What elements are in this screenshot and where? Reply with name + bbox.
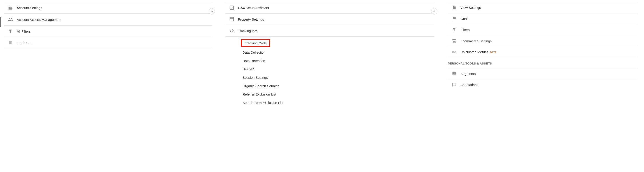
ga4-setup-assistant[interactable]: GA4 Setup Assistant: [225, 2, 434, 14]
referral-exclusion-list[interactable]: Referral Exclusion List: [225, 90, 434, 99]
tracking-code[interactable]: Tracking Code: [241, 39, 270, 47]
move-right-bubble-2[interactable]: [431, 8, 438, 15]
flag-icon: [448, 16, 460, 21]
data-collection[interactable]: Data Collection: [225, 48, 434, 57]
account-access-label: Account Access Management: [17, 18, 212, 22]
tracking-info-label: Tracking Info: [238, 29, 434, 33]
active-indicator: [0, 17, 1, 27]
account-settings-label: Account Settings: [17, 6, 212, 10]
tracking-subitems: Tracking Code Data Collection Data Reten…: [225, 37, 434, 107]
filter-icon: [448, 27, 460, 32]
beta-badge: BETA: [490, 51, 496, 54]
annotations-label: Annotations: [460, 83, 638, 87]
calculated-metrics-label: Calculated Metrics BETA: [460, 50, 638, 54]
search-term-exclusion-list[interactable]: Search Term Exclusion List: [225, 99, 434, 107]
personal-tools-header: PERSONAL TOOLS & ASSETS: [448, 57, 638, 68]
goals-label: Goals: [460, 17, 638, 21]
data-retention[interactable]: Data Retention: [225, 57, 434, 65]
ecommerce-label: Ecommerce Settings: [460, 39, 638, 43]
property-settings[interactable]: Property Settings: [225, 14, 434, 25]
filter-icon: [4, 29, 17, 34]
svg-rect-1: [230, 18, 234, 21]
account-settings[interactable]: Account Settings: [4, 2, 212, 14]
trash-can-label: Trash Can: [17, 41, 212, 45]
svg-point-12: [454, 72, 454, 73]
property-settings-label: Property Settings: [238, 18, 434, 21]
cart-icon: [448, 38, 460, 43]
dd-icon: Dd: [448, 50, 460, 54]
annotations[interactable]: Annotations: [448, 79, 638, 90]
svg-point-14: [453, 74, 454, 75]
all-filters[interactable]: All Filters: [4, 26, 212, 37]
checkbox-icon: [225, 5, 238, 10]
filters[interactable]: Filters: [448, 24, 638, 35]
all-filters-label: All Filters: [17, 29, 212, 33]
people-icon: [4, 17, 17, 22]
svg-point-13: [454, 73, 455, 74]
segments-icon: [448, 71, 460, 76]
tracking-info[interactable]: Tracking Info: [225, 25, 434, 37]
annotation-icon: [448, 82, 460, 87]
session-settings[interactable]: Session Settings: [225, 73, 434, 82]
account-access-management[interactable]: Account Access Management: [4, 14, 212, 26]
view-settings-label: View Settings: [460, 6, 638, 10]
filters-label: Filters: [460, 28, 638, 32]
svg-point-4: [453, 43, 454, 43]
property-column: GA4 Setup Assistant Property Settings Tr…: [212, 2, 434, 107]
ga4-setup-label: GA4 Setup Assistant: [238, 6, 434, 10]
trash-can[interactable]: Trash Can: [4, 37, 212, 48]
organic-search-sources[interactable]: Organic Search Sources: [225, 82, 434, 90]
calculated-metrics[interactable]: Dd Calculated Metrics BETA: [448, 47, 638, 57]
layout-icon: [225, 17, 238, 22]
svg-rect-15: [452, 83, 456, 86]
view-settings[interactable]: View Settings: [448, 2, 638, 13]
user-id[interactable]: User-ID: [225, 65, 434, 73]
account-column: Account Settings Account Access Manageme…: [4, 2, 212, 107]
goals[interactable]: Goals: [448, 13, 638, 24]
page-icon: [448, 5, 460, 10]
view-column: View Settings Goals Filters Ecommerce Se…: [434, 2, 638, 107]
trash-icon: [4, 40, 17, 45]
code-icon: [225, 28, 238, 33]
building-icon: [4, 5, 17, 10]
move-right-bubble[interactable]: [209, 8, 215, 15]
segments-label: Segments: [460, 72, 638, 75]
segments[interactable]: Segments: [448, 68, 638, 79]
svg-point-5: [455, 43, 456, 43]
ecommerce-settings[interactable]: Ecommerce Settings: [448, 35, 638, 47]
